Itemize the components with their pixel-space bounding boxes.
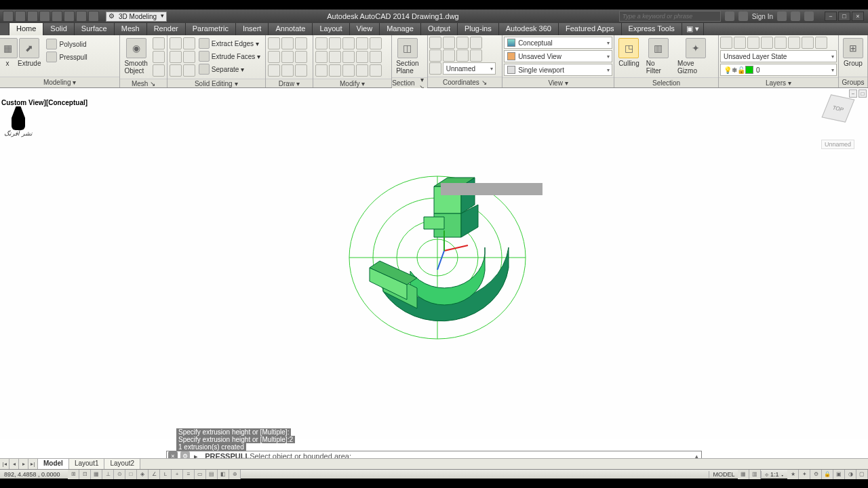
autodesk-360-icon[interactable] — [725, 12, 734, 21]
ucs-world-icon[interactable] — [429, 37, 441, 49]
status-lock-icon[interactable]: 🔒 — [822, 470, 833, 479]
layout-tab-model[interactable]: Model — [38, 459, 69, 469]
status-3dosnap-icon[interactable]: ◈ — [137, 470, 149, 479]
status-lwt-icon[interactable]: ≡ — [183, 470, 195, 479]
panel-title-mesh[interactable]: Mesh ↘ — [120, 79, 166, 87]
group-button[interactable]: ⊞Group — [840, 37, 866, 68]
tab-insert[interactable]: Insert — [236, 23, 269, 35]
stay-connected-icon[interactable] — [791, 12, 800, 21]
tab-parametric[interactable]: Parametric — [186, 23, 236, 35]
offset-icon[interactable] — [329, 64, 341, 77]
layout-last-icon[interactable]: ▸| — [28, 459, 38, 469]
scale-icon[interactable] — [370, 51, 382, 63]
copy-icon[interactable] — [370, 37, 382, 49]
layer-props-icon[interactable] — [720, 37, 732, 49]
status-ducs-icon[interactable]: L — [160, 470, 172, 479]
panel-title-draw[interactable]: Draw ▾ — [266, 79, 313, 87]
tab-annotate[interactable]: Annotate — [269, 23, 313, 35]
layout-tab-layout1[interactable]: Layout1 — [69, 459, 105, 469]
qat-open-icon[interactable] — [27, 11, 38, 22]
fillet-icon[interactable] — [329, 51, 341, 63]
ucs-previous-icon[interactable] — [443, 37, 455, 49]
culling-button[interactable]: ◳Culling — [616, 37, 642, 68]
spline-icon[interactable] — [268, 64, 280, 77]
ucs-icon-icon[interactable] — [429, 62, 441, 75]
layer-freeze-icon[interactable] — [747, 37, 760, 49]
coordinates-readout[interactable]: 892, 4.4858 , 0.0000 — [0, 471, 68, 478]
layer-dropdown[interactable]: 💡❄🔓0 — [720, 64, 837, 76]
qat-save-icon[interactable] — [39, 11, 50, 22]
close-button[interactable]: × — [852, 12, 864, 21]
ucs-z-icon[interactable] — [443, 49, 455, 62]
status-annovis-icon[interactable]: ★ — [787, 470, 799, 479]
tab-mesh[interactable]: Mesh — [115, 23, 147, 35]
status-infer-icon[interactable]: ⊞ — [68, 470, 79, 479]
box-primitive-button[interactable]: ▦x — [1, 37, 14, 68]
separate-button[interactable]: Separate ▾ — [197, 63, 262, 75]
hatch-icon[interactable] — [295, 64, 307, 77]
stretch-icon[interactable] — [356, 51, 368, 63]
3d-solid-model[interactable] — [342, 149, 546, 352]
layer-prev-icon[interactable] — [802, 37, 814, 49]
exchange-apps-icon[interactable] — [777, 12, 787, 21]
status-model-toggle[interactable]: MODEL — [709, 471, 738, 478]
array-icon[interactable] — [315, 64, 328, 77]
tab-featured-apps[interactable]: Featured Apps — [559, 23, 622, 35]
layout-prev-icon[interactable]: ◂ — [9, 459, 19, 469]
mesh-more-icon[interactable] — [153, 37, 165, 49]
ucs-x-icon[interactable] — [470, 49, 482, 62]
qat-undo-icon[interactable] — [76, 11, 87, 22]
circle-icon[interactable] — [295, 37, 307, 49]
view-cube[interactable]: TOP Unnamed — [819, 91, 857, 129]
trim-icon[interactable] — [342, 37, 355, 49]
minimize-button[interactable]: − — [825, 12, 837, 21]
status-annoauto-icon[interactable]: ✦ — [799, 470, 810, 479]
extrude-button[interactable]: ⬈Extrude — [15, 37, 43, 68]
qat-new-icon[interactable] — [15, 11, 26, 22]
ribbon-expand-icon[interactable] — [0, 23, 9, 35]
help-icon[interactable] — [804, 12, 814, 21]
line-icon[interactable] — [268, 37, 280, 49]
status-grid-display-icon[interactable]: ▦ — [738, 470, 749, 479]
polyline-icon[interactable] — [281, 37, 294, 49]
layer-more-icon[interactable] — [815, 37, 827, 49]
explode-icon[interactable] — [342, 51, 355, 63]
status-osnap-icon[interactable]: □ — [125, 470, 137, 479]
filter-button[interactable]: ▥No Filter — [644, 37, 673, 76]
polysolid-button[interactable]: Polysolid — [45, 38, 88, 50]
rectangle-icon[interactable] — [281, 51, 294, 63]
move-icon[interactable] — [315, 37, 328, 49]
tab-solid[interactable]: Solid — [43, 23, 74, 35]
mesh-less-icon[interactable] — [153, 51, 165, 63]
panel-title-solid-editing[interactable]: Solid Editing ▾ — [167, 79, 265, 87]
panel-title-view[interactable]: View ▾ — [502, 77, 614, 87]
qat-plot-icon[interactable] — [64, 11, 75, 22]
subtract-icon[interactable] — [183, 37, 195, 49]
layer-iso-icon[interactable] — [774, 37, 787, 49]
status-polar-icon[interactable]: ⊙ — [114, 470, 125, 479]
infocenter-search[interactable] — [619, 11, 721, 22]
app-menu-icon[interactable] — [3, 11, 14, 22]
presspull-button[interactable]: Presspull — [45, 51, 88, 63]
status-ws-icon[interactable]: ⚙ — [810, 470, 822, 479]
extract-edges-button[interactable]: Extract Edges ▾ — [197, 37, 262, 49]
interfere-icon[interactable] — [183, 51, 195, 63]
layout-tab-layout2[interactable]: Layout2 — [104, 459, 140, 469]
point-icon[interactable] — [281, 64, 294, 77]
gizmo-button[interactable]: ✦Move Gizmo — [675, 37, 717, 76]
layer-off-icon[interactable] — [734, 37, 746, 49]
viewport-maximize-icon[interactable]: □ — [859, 89, 867, 98]
arc-icon[interactable] — [268, 51, 280, 63]
named-view-dropdown[interactable]: Unsaved View — [504, 50, 612, 62]
layer-lock-icon[interactable] — [761, 37, 773, 49]
tab-manage[interactable]: Manage — [380, 23, 421, 35]
status-grid-icon[interactable]: ▦ — [91, 470, 102, 479]
status-dyn-icon[interactable]: + — [172, 470, 183, 479]
align-icon[interactable] — [342, 64, 355, 77]
ucs-3point-icon[interactable] — [456, 49, 469, 62]
user-icon[interactable] — [738, 12, 748, 21]
mirror-icon[interactable] — [315, 51, 328, 63]
erase-icon[interactable] — [356, 37, 368, 49]
layer-match-icon[interactable] — [788, 37, 800, 49]
tab-surface[interactable]: Surface — [75, 23, 115, 35]
